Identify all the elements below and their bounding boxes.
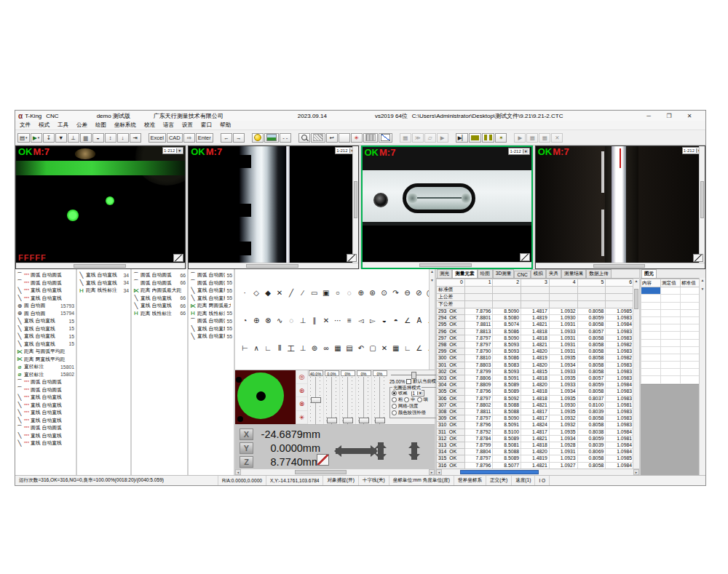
jog-y-arrows[interactable] — [378, 442, 384, 460]
element-row[interactable] — [641, 332, 700, 339]
toolbar-play-gray-button[interactable]: ▶ — [437, 133, 448, 143]
measure-item[interactable]: ⌒***圆弧自动圆弧 — [15, 279, 76, 287]
table-row[interactable]: 298OK7.87978.50931.48211.09310.80581.098… — [437, 342, 634, 348]
table-row[interactable]: 300OK7.88108.50861.48191.09350.80581.098… — [437, 355, 634, 362]
light-slider[interactable]: 0% — [371, 370, 387, 424]
table-row[interactable]: 302OK7.87998.50931.48151.09330.80581.098… — [437, 368, 634, 375]
measure-item[interactable]: ╲***直线自动直线 — [15, 287, 76, 295]
center-hscrollbar[interactable]: ◂▸ — [235, 469, 435, 475]
measure-item[interactable]: ╲***直线自动直线 — [15, 417, 76, 425]
tolerance-cell[interactable] — [606, 294, 634, 301]
tool-icon[interactable]: ∟ — [404, 344, 411, 354]
measure-item[interactable]: ╲***直线自动直线 — [15, 409, 76, 417]
tool-icon[interactable]: ≡ — [346, 316, 353, 324]
table-row[interactable]: 305OK7.87968.50891.48181.09340.80581.098… — [437, 388, 634, 395]
element-cell[interactable] — [661, 369, 681, 376]
tolerance-cell[interactable] — [521, 287, 550, 294]
element-cell[interactable] — [661, 316, 681, 324]
tool-icon[interactable]: ∕ — [299, 289, 306, 297]
element-cell[interactable] — [661, 302, 681, 309]
measure-item[interactable]: ⋉距离内圆弧最大距 — [132, 287, 187, 295]
slider-thumb[interactable] — [311, 397, 321, 403]
table-row[interactable]: 294OK7.88018.50801.48191.09300.80591.098… — [437, 315, 634, 322]
element-cell[interactable] — [661, 309, 681, 316]
slider-track[interactable] — [356, 377, 371, 424]
camera-view-4[interactable]: OKM:7 1-212▼ — [535, 146, 705, 269]
toolbar-blank-button[interactable] — [339, 133, 350, 143]
menu-窗口[interactable]: 窗口 — [201, 121, 212, 129]
measure-item[interactable]: ╲***直线自动直线 — [15, 439, 76, 447]
coarse-radio[interactable] — [392, 397, 397, 402]
tool-icon[interactable]: ∧ — [253, 344, 260, 354]
element-cell[interactable] — [681, 339, 700, 346]
element-cell[interactable] — [681, 309, 700, 316]
tool-icon[interactable]: ↷ — [392, 289, 399, 297]
tolerance-row[interactable]: 标准值 — [437, 287, 634, 294]
measure-item[interactable]: ╲***直线自动直线 — [15, 295, 76, 303]
fine-radio[interactable] — [417, 397, 422, 402]
tolerance-cell[interactable] — [521, 294, 550, 301]
table-row[interactable]: 295OK7.88118.50741.48211.09310.80581.098… — [437, 322, 634, 328]
menu-工具[interactable]: 工具 — [58, 121, 68, 129]
measure-item[interactable]: ╲直线自动直线15 — [15, 340, 76, 348]
tolerance-cell[interactable] — [493, 294, 521, 301]
tool-icon[interactable]: ∠ — [416, 344, 423, 354]
toolbar-save-result-button[interactable]: ▦ — [400, 133, 411, 143]
magnification-select[interactable]: 1-212▼ — [508, 148, 529, 155]
element-cell[interactable] — [641, 339, 661, 346]
jog-z-arrows[interactable] — [411, 442, 417, 460]
measure-item[interactable]: H距离线性标注66 — [132, 310, 187, 318]
measure-item[interactable]: ⋉距离两直线平均距 — [15, 356, 76, 364]
toolbar-pause-button[interactable] — [482, 133, 494, 143]
element-cell[interactable] — [661, 332, 681, 339]
tool-icon[interactable]: ⊗ — [264, 316, 272, 324]
column-header[interactable]: 1 — [464, 279, 493, 287]
toolbar-chart-button[interactable] — [379, 133, 392, 143]
toolbar-open-run-button[interactable]: ▶▾ — [31, 133, 42, 143]
tool-icon[interactable]: 工 — [288, 344, 295, 354]
magnification-select[interactable]: 1-212▼ — [162, 147, 183, 154]
tolerance-row[interactable]: 下公差 — [437, 301, 634, 308]
tool-icon[interactable]: ▦ — [392, 344, 400, 354]
tab-element[interactable]: 图元 — [641, 269, 657, 278]
tab-绘图[interactable]: 绘图 — [478, 269, 493, 278]
tolerance-cell[interactable] — [606, 287, 634, 294]
zoom-slider[interactable] — [391, 372, 439, 378]
light-slider[interactable]: 0% — [355, 370, 371, 424]
menu-文件[interactable]: 文件 — [20, 121, 31, 129]
table-row[interactable]: 312OK7.87848.50891.48211.09340.80591.098… — [437, 435, 634, 442]
tolerance-cell[interactable] — [549, 287, 577, 294]
measure-item[interactable]: ╲直线自动直线55 — [189, 332, 234, 340]
default-mode-checkbox[interactable] — [406, 379, 411, 384]
element-cell[interactable] — [661, 339, 681, 346]
toolbar-flower-button[interactable]: ✳ — [351, 133, 363, 143]
toolbox-vscrollbar[interactable]: ▲▼ — [429, 269, 435, 370]
status-segment[interactable]: 正交(关) — [486, 476, 512, 485]
status-segment[interactable]: I O — [535, 476, 550, 485]
tool-icon[interactable]: ◆ — [264, 289, 272, 297]
element-row[interactable] — [641, 287, 700, 295]
fit-view-icon[interactable] — [347, 254, 357, 262]
toolbar-goto-button[interactable]: ⇥ — [130, 133, 141, 143]
tab-3D测量[interactable]: 3D测量 — [493, 269, 515, 278]
tool-icon[interactable]: ▭ — [311, 289, 318, 297]
fit-view-icon[interactable] — [173, 254, 183, 262]
measure-item[interactable]: ⌒***圆弧自动圆弧 — [15, 378, 76, 386]
column-header[interactable]: 2 — [493, 279, 521, 287]
table-hscrollbar[interactable]: ◂▸ — [436, 469, 639, 475]
tolerance-cell[interactable] — [606, 301, 634, 308]
measure-item[interactable]: ⌒***圆弧自动圆弧 — [15, 271, 76, 279]
column-header[interactable]: 4 — [549, 279, 577, 287]
toolbar-close-x-button[interactable]: ✕ — [551, 133, 563, 143]
element-row[interactable] — [641, 376, 700, 383]
tool-icon[interactable]: Ⅱ — [276, 344, 283, 354]
element-cell[interactable] — [641, 376, 661, 383]
tolerance-cell[interactable] — [493, 287, 521, 294]
tool-icon[interactable]: ◒ — [381, 316, 388, 324]
tool-icon[interactable]: ↶ — [357, 344, 365, 354]
menu-语言[interactable]: 语言 — [163, 121, 174, 129]
measure-item[interactable]: ╲***直线自动直线 — [15, 394, 76, 402]
element-cell[interactable] — [641, 309, 661, 316]
tool-icon[interactable]: ▦ — [334, 344, 341, 354]
element-cell[interactable] — [641, 302, 661, 309]
